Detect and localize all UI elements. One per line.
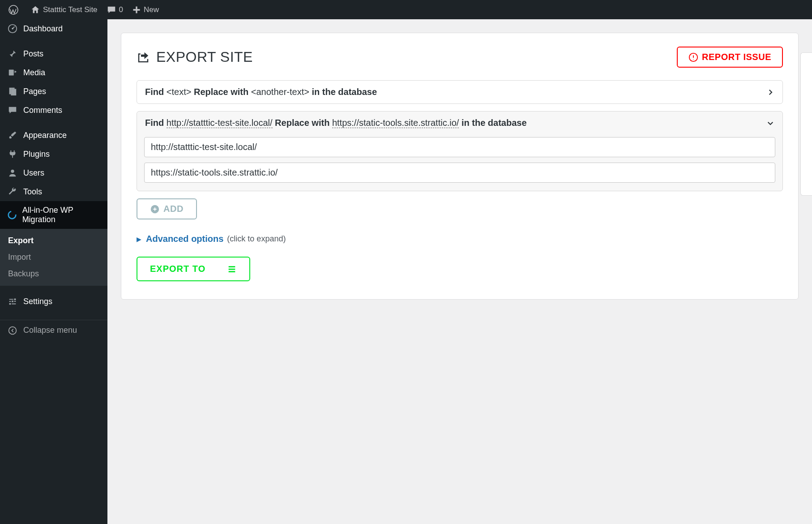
new-label: New [144,5,159,14]
replace-label: Replace with [194,87,248,97]
submenu-label: Backups [8,269,39,278]
replace-input[interactable] [144,163,775,183]
svg-rect-3 [9,70,14,76]
sidebar-item-plugins[interactable]: Plugins [0,145,107,163]
replace-url: https://static-tools.site.strattic.io/ [332,118,459,128]
find-placeholder: <text> [167,87,192,97]
report-issue-button[interactable]: REPORT ISSUE [677,47,783,68]
submenu-item-backups[interactable]: Backups [0,266,107,282]
sidebar-item-label: All-in-One WP Migration [22,206,101,224]
rule-summary: Find <text> Replace with <another-text> … [145,87,377,97]
export-to-label: EXPORT TO [150,264,205,274]
find-url: http://statttic-test-site.local/ [167,118,273,128]
svg-point-8 [9,211,16,219]
sidebar-item-pages[interactable]: Pages [0,82,107,101]
new-content-link[interactable]: New [128,0,163,19]
panel-title: EXPORT SITE [137,49,253,65]
rule-body [137,134,782,191]
advanced-hint: (click to expand) [227,234,286,244]
admin-bar: Statttic Test Site 0 New [0,0,812,19]
svg-rect-6 [11,89,16,96]
svg-point-2 [12,28,13,30]
comment-menu-icon [6,105,19,115]
sidebar-item-label: Media [23,68,45,77]
sidebar-item-comments[interactable]: Comments [0,101,107,120]
sidebar-item-label: Pages [23,87,46,96]
sidebar-item-users[interactable]: Users [0,163,107,182]
sidebar-item-appearance[interactable]: Appearance [0,126,107,145]
sliders-icon [6,296,19,306]
sidebar-item-label: Dashboard [23,24,63,34]
find-label: Find [145,87,164,97]
sidebar-item-media[interactable]: Media [0,63,107,82]
sidebar-submenu: Export Import Backups [0,229,107,286]
svg-point-7 [11,170,14,173]
wp-logo[interactable] [4,0,26,19]
wordpress-icon [8,4,19,15]
sidebar-item-label: Comments [23,106,62,115]
wrench-icon [6,187,19,197]
plus-circle-icon [150,204,160,214]
export-panel: EXPORT SITE REPORT ISSUE Find <text> Rep… [121,33,799,300]
sidebar-item-label: Tools [23,187,42,197]
collapse-menu[interactable]: Collapse menu [0,320,107,340]
submenu-item-export[interactable]: Export [0,232,107,249]
content-area: EXPORT SITE REPORT ISSUE Find <text> Rep… [107,19,812,524]
collapse-icon [6,326,19,335]
sidebar-item-settings[interactable]: Settings [0,292,107,311]
site-link[interactable]: Statttic Test Site [26,0,102,19]
user-icon [6,168,19,178]
sidebar-item-aiowpm[interactable]: All-in-One WP Migration [0,201,107,229]
chevron-right-icon [766,88,774,96]
sidebar-item-label: Posts [23,49,43,59]
right-panel-stub [800,52,812,196]
replace-placeholder: <another-text> [251,87,309,97]
rule-summary: Find http://statttic-test-site.local/ Re… [145,118,527,128]
pin-icon [6,49,19,59]
sidebar-item-dashboard[interactable]: Dashboard [0,19,107,38]
migration-icon [6,210,18,220]
comments-link[interactable]: 0 [102,0,128,19]
panel-title-text: EXPORT SITE [156,49,253,65]
find-label: Find [145,118,164,128]
sidebar-item-tools[interactable]: Tools [0,182,107,201]
panel-header: EXPORT SITE REPORT ISSUE [137,47,783,68]
add-label: ADD [163,204,184,214]
site-title: Statttic Test Site [43,5,98,14]
rule-suffix: in the database [312,87,377,97]
menu-separator [0,38,107,44]
admin-sidebar: Dashboard Posts Media Pages Comments App… [0,19,107,524]
sidebar-item-posts[interactable]: Posts [0,44,107,63]
menu-separator [0,120,107,126]
advanced-label: Advanced options [146,234,223,244]
rule-header[interactable]: Find http://statttic-test-site.local/ Re… [137,112,782,134]
advanced-options-toggle[interactable]: ▶ Advanced options (click to expand) [137,234,783,244]
collapse-label: Collapse menu [23,326,77,335]
rule-suffix: in the database [462,118,527,128]
find-input[interactable] [144,137,775,157]
brush-icon [6,130,19,140]
comments-count: 0 [119,5,123,14]
export-to-button[interactable]: EXPORT TO [137,257,250,281]
menu-separator [0,286,107,292]
find-replace-rule-expanded: Find http://statttic-test-site.local/ Re… [137,111,783,191]
hamburger-icon [227,264,237,274]
report-issue-label: REPORT ISSUE [702,52,771,62]
export-icon [137,51,150,64]
page-icon [6,86,19,96]
dashboard-icon [6,24,19,34]
submenu-label: Import [8,253,31,262]
sidebar-item-label: Plugins [23,150,50,159]
replace-label: Replace with [275,118,329,128]
submenu-item-import[interactable]: Import [0,249,107,266]
rule-header[interactable]: Find <text> Replace with <another-text> … [137,81,782,103]
find-replace-rule-collapsed: Find <text> Replace with <another-text> … [137,80,783,104]
sidebar-item-label: Settings [23,297,52,306]
add-rule-button[interactable]: ADD [137,198,197,219]
svg-point-9 [9,326,17,334]
chevron-down-icon [766,119,774,127]
comment-icon [107,5,116,15]
plus-icon [132,5,141,14]
plug-icon [6,149,19,159]
alert-icon [688,52,698,62]
